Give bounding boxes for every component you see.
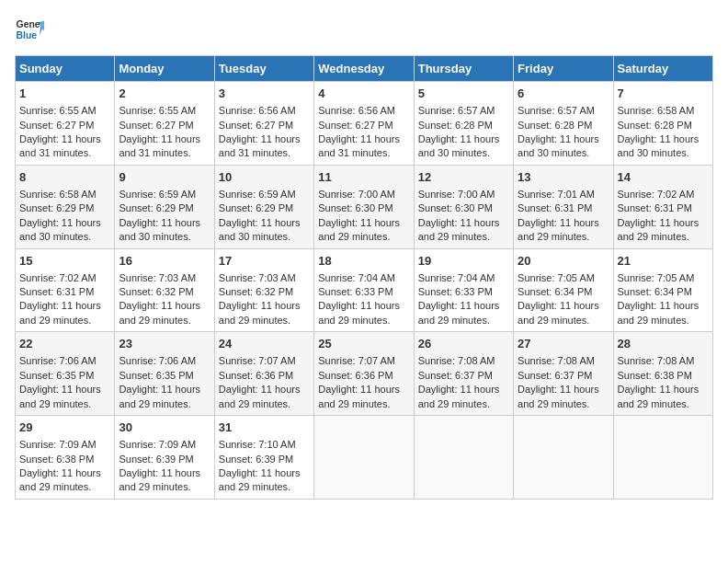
calendar-cell (613, 416, 712, 500)
calendar-table: SundayMondayTuesdayWednesdayThursdayFrid… (15, 55, 713, 500)
svg-text:General: General (17, 19, 44, 29)
calendar-week-row: 15Sunrise: 7:02 AMSunset: 6:31 PMDayligh… (16, 248, 713, 332)
day-number: 4 (318, 86, 409, 102)
calendar-cell: 12Sunrise: 7:00 AMSunset: 6:30 PMDayligh… (414, 165, 513, 248)
day-number: 11 (318, 169, 409, 186)
day-number: 19 (418, 253, 509, 270)
day-number: 21 (618, 253, 709, 270)
column-header-sunday: Sunday (16, 56, 115, 82)
day-number: 18 (318, 253, 409, 270)
calendar-body: 1Sunrise: 6:55 AMSunset: 6:27 PMDaylight… (16, 82, 713, 500)
column-header-wednesday: Wednesday (314, 56, 414, 82)
day-number: 16 (119, 253, 210, 270)
calendar-cell (514, 416, 613, 500)
day-number: 22 (19, 336, 110, 352)
day-number: 15 (19, 253, 110, 270)
calendar-week-row: 22Sunrise: 7:06 AMSunset: 6:35 PMDayligh… (16, 332, 713, 416)
calendar-cell: 9Sunrise: 6:59 AMSunset: 6:29 PMDaylight… (115, 165, 214, 248)
calendar-week-row: 29Sunrise: 7:09 AMSunset: 6:38 PMDayligh… (16, 416, 713, 500)
calendar-cell: 13Sunrise: 7:01 AMSunset: 6:31 PMDayligh… (514, 165, 613, 248)
day-number: 9 (119, 169, 210, 186)
day-number: 3 (219, 86, 310, 102)
day-number: 2 (119, 86, 210, 102)
day-number: 28 (618, 336, 709, 352)
logo: General Blue (15, 15, 44, 44)
calendar-cell: 18Sunrise: 7:04 AMSunset: 6:33 PMDayligh… (314, 248, 414, 332)
day-number: 7 (618, 86, 709, 102)
calendar-cell: 10Sunrise: 6:59 AMSunset: 6:29 PMDayligh… (214, 165, 313, 248)
calendar-cell (414, 416, 513, 500)
calendar-week-row: 8Sunrise: 6:58 AMSunset: 6:29 PMDaylight… (16, 165, 713, 248)
calendar-cell: 3Sunrise: 6:56 AMSunset: 6:27 PMDaylight… (214, 82, 313, 166)
calendar-cell: 26Sunrise: 7:08 AMSunset: 6:37 PMDayligh… (414, 332, 513, 416)
day-number: 26 (418, 336, 509, 352)
day-number: 23 (119, 336, 210, 352)
day-number: 20 (518, 253, 609, 270)
day-number: 30 (119, 419, 210, 436)
calendar-cell: 16Sunrise: 7:03 AMSunset: 6:32 PMDayligh… (115, 248, 214, 332)
calendar-cell: 20Sunrise: 7:05 AMSunset: 6:34 PMDayligh… (514, 248, 613, 332)
calendar-cell: 30Sunrise: 7:09 AMSunset: 6:39 PMDayligh… (115, 416, 214, 500)
calendar-cell: 15Sunrise: 7:02 AMSunset: 6:31 PMDayligh… (16, 248, 115, 332)
calendar-cell: 28Sunrise: 7:08 AMSunset: 6:38 PMDayligh… (613, 332, 712, 416)
calendar-cell: 25Sunrise: 7:07 AMSunset: 6:36 PMDayligh… (314, 332, 414, 416)
day-number: 14 (618, 169, 709, 186)
calendar-cell: 23Sunrise: 7:06 AMSunset: 6:35 PMDayligh… (115, 332, 214, 416)
page-header: General Blue (15, 15, 713, 44)
calendar-cell: 2Sunrise: 6:55 AMSunset: 6:27 PMDaylight… (115, 82, 214, 166)
calendar-cell: 6Sunrise: 6:57 AMSunset: 6:28 PMDaylight… (514, 82, 613, 166)
calendar-cell: 19Sunrise: 7:04 AMSunset: 6:33 PMDayligh… (414, 248, 513, 332)
svg-text:Blue: Blue (17, 30, 38, 40)
day-number: 29 (19, 419, 110, 436)
calendar-week-row: 1Sunrise: 6:55 AMSunset: 6:27 PMDaylight… (16, 82, 713, 166)
column-header-friday: Friday (514, 56, 613, 82)
calendar-cell: 14Sunrise: 7:02 AMSunset: 6:31 PMDayligh… (613, 165, 712, 248)
day-number: 13 (518, 169, 609, 186)
calendar-cell (314, 416, 414, 500)
day-number: 1 (19, 86, 110, 102)
calendar-cell: 21Sunrise: 7:05 AMSunset: 6:34 PMDayligh… (613, 248, 712, 332)
column-header-saturday: Saturday (613, 56, 712, 82)
calendar-cell: 5Sunrise: 6:57 AMSunset: 6:28 PMDaylight… (414, 82, 513, 166)
column-header-tuesday: Tuesday (214, 56, 313, 82)
day-number: 24 (219, 336, 310, 352)
calendar-cell: 4Sunrise: 6:56 AMSunset: 6:27 PMDaylight… (314, 82, 414, 166)
calendar-cell: 8Sunrise: 6:58 AMSunset: 6:29 PMDaylight… (16, 165, 115, 248)
calendar-cell: 29Sunrise: 7:09 AMSunset: 6:38 PMDayligh… (16, 416, 115, 500)
day-number: 17 (219, 253, 310, 270)
day-number: 27 (518, 336, 609, 352)
calendar-cell: 31Sunrise: 7:10 AMSunset: 6:39 PMDayligh… (214, 416, 313, 500)
calendar-cell: 7Sunrise: 6:58 AMSunset: 6:28 PMDaylight… (613, 82, 712, 166)
day-number: 31 (219, 419, 310, 436)
day-number: 5 (418, 86, 509, 102)
day-number: 6 (518, 86, 609, 102)
column-header-thursday: Thursday (414, 56, 513, 82)
column-header-monday: Monday (115, 56, 214, 82)
calendar-cell: 17Sunrise: 7:03 AMSunset: 6:32 PMDayligh… (214, 248, 313, 332)
day-number: 12 (418, 169, 509, 186)
calendar-cell: 11Sunrise: 7:00 AMSunset: 6:30 PMDayligh… (314, 165, 414, 248)
calendar-cell: 22Sunrise: 7:06 AMSunset: 6:35 PMDayligh… (16, 332, 115, 416)
day-number: 8 (19, 169, 110, 186)
logo-icon: General Blue (15, 15, 44, 44)
calendar-cell: 27Sunrise: 7:08 AMSunset: 6:37 PMDayligh… (514, 332, 613, 416)
day-number: 25 (318, 336, 409, 352)
calendar-cell: 24Sunrise: 7:07 AMSunset: 6:36 PMDayligh… (214, 332, 313, 416)
calendar-cell: 1Sunrise: 6:55 AMSunset: 6:27 PMDaylight… (16, 82, 115, 166)
day-number: 10 (219, 169, 310, 186)
calendar-header-row: SundayMondayTuesdayWednesdayThursdayFrid… (16, 56, 713, 82)
